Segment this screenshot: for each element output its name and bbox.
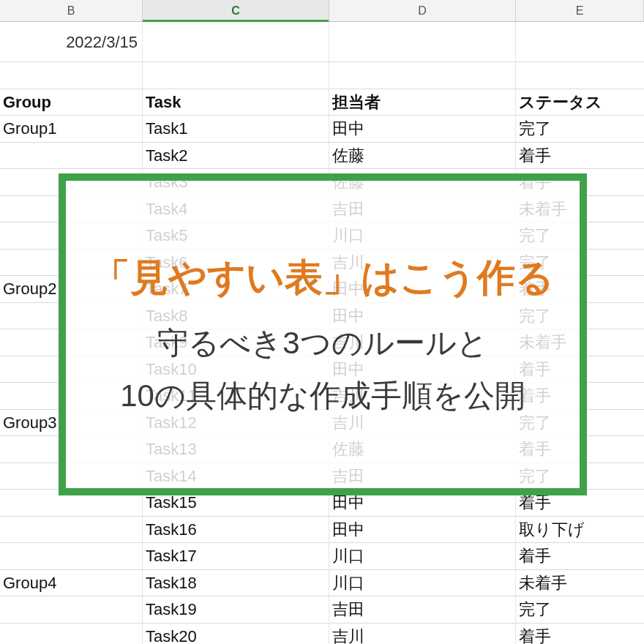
table-row[interactable]: Task16田中取り下げ (0, 517, 644, 544)
cell-assignee[interactable]: 田中 (329, 116, 516, 142)
cell-status[interactable]: 着手 (516, 143, 644, 169)
cell-group[interactable] (0, 596, 143, 623)
cell-group[interactable] (0, 143, 143, 169)
cell-assignee[interactable]: 川口 (329, 543, 516, 569)
cell-status[interactable]: 完了 (516, 596, 644, 623)
date-cell[interactable]: 2022/3/15 (0, 22, 143, 61)
cell-task[interactable]: Task20 (143, 624, 329, 645)
cell-task[interactable]: Task2 (143, 143, 329, 169)
cell-task[interactable]: Task18 (143, 570, 329, 596)
table-row[interactable]: Group1Task1田中完了 (0, 116, 644, 143)
cell-assignee[interactable]: 佐藤 (329, 143, 516, 169)
cell-task[interactable]: Task19 (143, 596, 329, 623)
column-header-D[interactable]: D (329, 0, 516, 21)
overlay-subline-1: 守るべき3つのルールと (157, 323, 487, 364)
overlay-headline: 「見やすい表」はこう作る (92, 252, 554, 304)
cell-task[interactable]: Task16 (143, 517, 329, 543)
cell-assignee[interactable]: 川口 (329, 570, 516, 596)
overlay-subline-2: 10の具体的な作成手順を公開 (120, 375, 525, 416)
cell-status[interactable]: 完了 (516, 116, 644, 142)
table-row[interactable]: Group4Task18川口未着手 (0, 570, 644, 597)
title-overlay-card: 「見やすい表」はこう作る 守るべき3つのルールと 10の具体的な作成手順を公開 (59, 173, 587, 495)
column-header-B[interactable]: B (0, 0, 143, 21)
cell-status[interactable]: 着手 (516, 543, 644, 569)
cell-assignee[interactable]: 吉田 (329, 596, 516, 623)
cell-assignee[interactable]: 田中 (329, 517, 516, 543)
column-header-C[interactable]: C (143, 0, 329, 21)
cell-group[interactable] (0, 543, 143, 569)
header-status[interactable]: ステータス (516, 89, 644, 116)
cell-status[interactable]: 取り下げ (516, 517, 644, 543)
cell-group[interactable]: Group4 (0, 570, 143, 596)
cell-group[interactable] (0, 517, 143, 543)
column-header-bar: B C D E (0, 0, 644, 22)
table-header-row[interactable]: Group Task 担当者 ステータス (0, 89, 644, 116)
header-assignee[interactable]: 担当者 (329, 89, 516, 116)
cell-task[interactable]: Task1 (143, 116, 329, 142)
date-row[interactable]: 2022/3/15 (0, 22, 644, 62)
table-row[interactable]: Task19吉田完了 (0, 596, 644, 624)
table-row[interactable]: Task2佐藤着手 (0, 143, 644, 170)
blank-row[interactable] (0, 62, 644, 89)
table-row[interactable]: Task17川口着手 (0, 543, 644, 570)
header-group[interactable]: Group (0, 89, 143, 116)
header-task[interactable]: Task (143, 89, 329, 116)
table-row[interactable]: Task20吉川着手 (0, 624, 644, 645)
cell-task[interactable]: Task17 (143, 543, 329, 569)
cell-assignee[interactable]: 吉川 (329, 624, 516, 645)
cell-group[interactable] (0, 624, 143, 645)
column-header-E[interactable]: E (516, 0, 644, 21)
cell-status[interactable]: 着手 (516, 624, 644, 645)
cell-status[interactable]: 未着手 (516, 570, 644, 596)
cell-group[interactable]: Group1 (0, 116, 143, 142)
